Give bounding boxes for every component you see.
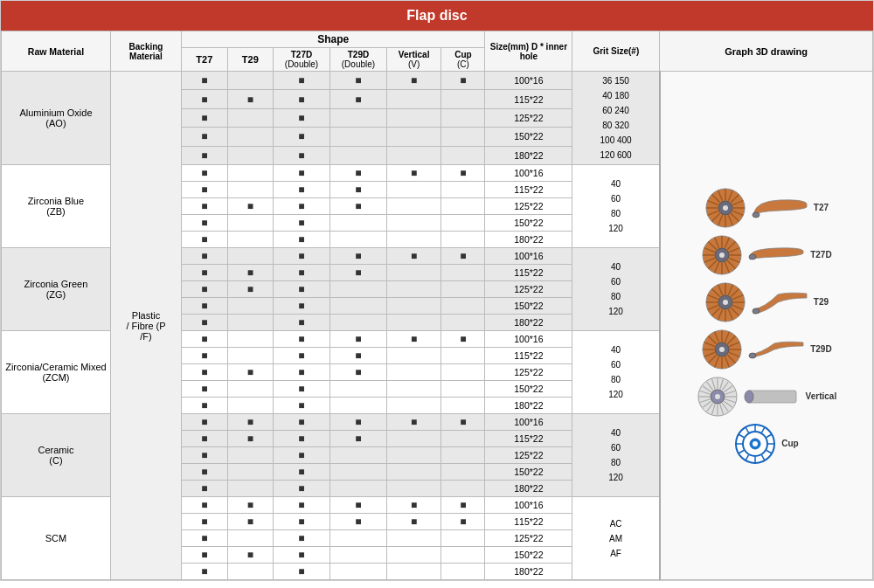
size-cell: 150*22 [485, 547, 572, 564]
size-cell: 125*22 [485, 447, 572, 464]
dot-t27: ■ [182, 265, 227, 281]
svg-point-79 [749, 353, 756, 358]
dot-t29: ■ [227, 514, 273, 530]
size-cell: 115*22 [485, 265, 572, 281]
dot-vertical [386, 364, 440, 381]
dot-t29d: ■ [329, 90, 386, 108]
dot-cup [441, 265, 485, 281]
col-header-size: Size(mm) D * inner hole [485, 31, 572, 72]
backing-material-cell: Plastic / Fibre (P/F) [110, 72, 181, 580]
dot-vertical [386, 564, 440, 580]
dot-t27: ■ [182, 514, 227, 530]
graph-cell: T27 T27D [660, 72, 873, 580]
dot-t29 [227, 298, 273, 315]
dot-t29: ■ [227, 198, 273, 215]
dot-t27: ■ [182, 348, 227, 364]
size-cell: 150*22 [485, 128, 572, 146]
dot-cup: ■ [441, 497, 485, 514]
dot-t27d: ■ [274, 414, 330, 431]
dot-t27: ■ [182, 364, 227, 381]
dot-t29 [227, 182, 273, 198]
dot-t27: ■ [182, 431, 227, 447]
dot-cup: ■ [441, 414, 485, 431]
dot-cup [441, 348, 485, 364]
dot-vertical [386, 298, 440, 315]
dot-vertical [386, 464, 440, 481]
dot-t29d [329, 530, 386, 547]
dot-t27d: ■ [274, 398, 330, 414]
dot-t29d [329, 398, 386, 414]
dot-t29d: ■ [329, 248, 386, 265]
col-header-cup: Cup(C) [441, 48, 485, 72]
dot-t29 [227, 165, 273, 182]
dot-t27d: ■ [274, 298, 330, 315]
dot-t27: ■ [182, 146, 227, 164]
raw-material-cell: Zirconia Green (ZG) [2, 248, 111, 331]
dot-cup [441, 182, 485, 198]
dot-t29 [227, 72, 273, 90]
dot-vertical [386, 481, 440, 497]
dot-t27: ■ [182, 198, 227, 215]
dot-t27: ■ [182, 108, 227, 127]
size-cell: 125*22 [485, 281, 572, 298]
col-header-backing: Backing Material [110, 31, 181, 72]
dot-cup [441, 90, 485, 108]
header-row-1: Raw Material Backing Material Shape Size… [2, 31, 873, 48]
dot-t29d [329, 447, 386, 464]
dot-t29 [227, 464, 273, 481]
dot-t27: ■ [182, 182, 227, 198]
size-cell: 150*22 [485, 215, 572, 232]
dot-t27: ■ [182, 564, 227, 580]
dot-t29d [329, 547, 386, 564]
svg-point-22 [719, 252, 725, 258]
dot-vertical [386, 198, 440, 215]
dot-t29: ■ [227, 497, 273, 514]
dot-t29 [227, 146, 273, 164]
dot-t27d: ■ [274, 146, 330, 164]
dot-t27d: ■ [274, 514, 330, 530]
dot-t27d: ■ [274, 564, 330, 580]
dot-vertical: ■ [386, 414, 440, 431]
dot-vertical: ■ [386, 497, 440, 514]
dot-cup [441, 398, 485, 414]
dot-t27: ■ [182, 232, 227, 248]
dot-vertical [386, 182, 440, 198]
dot-t27: ■ [182, 215, 227, 232]
dot-cup: ■ [441, 165, 485, 182]
dot-t29d [329, 315, 386, 331]
size-cell: 100*16 [485, 414, 572, 431]
svg-point-104 [745, 391, 753, 403]
size-cell: 150*22 [485, 381, 572, 398]
dot-t29: ■ [227, 547, 273, 564]
dot-t27: ■ [182, 90, 227, 108]
dot-vertical [386, 381, 440, 398]
dot-vertical [386, 398, 440, 414]
dot-t29 [227, 315, 273, 331]
raw-material-cell: Zirconia Blue (ZB) [2, 165, 111, 248]
dot-t29d [329, 146, 386, 164]
dot-t27: ■ [182, 497, 227, 514]
grit-cell: 40 60 80 120 [572, 165, 660, 248]
dot-t29d [329, 381, 386, 398]
dot-t27d: ■ [274, 530, 330, 547]
dot-t27: ■ [182, 464, 227, 481]
dot-t27d: ■ [274, 128, 330, 146]
dot-cup: ■ [441, 514, 485, 530]
dot-vertical: ■ [386, 165, 440, 182]
svg-point-2 [723, 205, 728, 211]
dot-vertical: ■ [386, 248, 440, 265]
dot-t27d: ■ [274, 182, 330, 198]
dot-t29d: ■ [329, 514, 386, 530]
dot-cup [441, 298, 485, 315]
dot-cup [441, 232, 485, 248]
dot-t27: ■ [182, 414, 227, 431]
dot-t29d: ■ [329, 165, 386, 182]
dot-t29d: ■ [329, 364, 386, 381]
dot-vertical: ■ [386, 72, 440, 90]
dot-t27: ■ [182, 398, 227, 414]
dot-cup [441, 364, 485, 381]
dot-vertical [386, 215, 440, 232]
size-cell: 180*22 [485, 398, 572, 414]
size-cell: 180*22 [485, 481, 572, 497]
size-cell: 125*22 [485, 530, 572, 547]
